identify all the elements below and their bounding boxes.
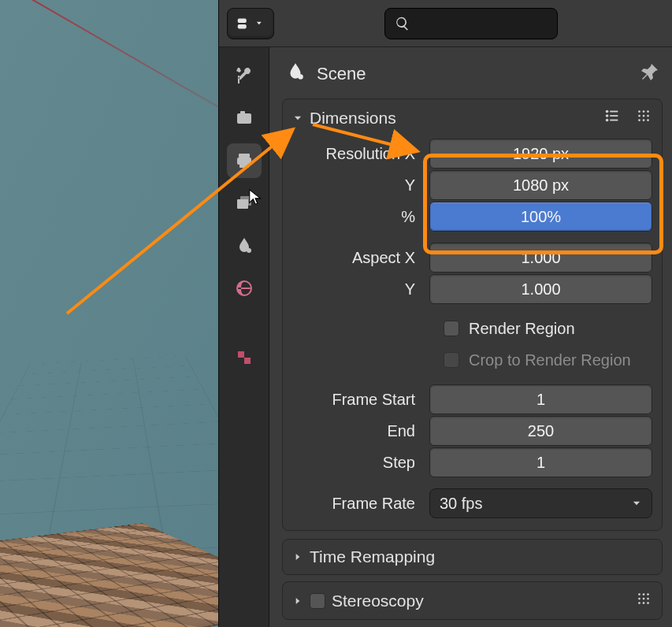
properties-content: Scene Dimensions <box>269 47 672 627</box>
svg-point-23 <box>643 115 645 117</box>
properties-tabs <box>219 47 269 627</box>
panel-time-remapping: Time Remapping <box>282 539 663 575</box>
field-resolution-y[interactable]: 1080 px <box>429 170 652 200</box>
label-resolution-x: Resolution X <box>308 145 429 163</box>
image-stack-icon <box>235 194 254 213</box>
svg-point-35 <box>643 602 645 604</box>
disclosure-triangle-right-icon <box>292 592 303 610</box>
field-frame-end[interactable]: 250 <box>429 416 652 446</box>
drop-cone-icon <box>235 236 254 255</box>
label-resolution-y: Y <box>308 176 429 195</box>
svg-rect-14 <box>610 111 618 113</box>
svg-point-17 <box>606 119 609 122</box>
checkbox-render-region[interactable] <box>444 321 459 336</box>
drag-handle-icon[interactable] <box>635 590 652 611</box>
pin-button[interactable] <box>640 62 659 85</box>
checkbox-crop-region-row: Crop to Render Region <box>308 344 652 376</box>
svg-point-9 <box>247 248 251 253</box>
svg-rect-3 <box>240 111 245 114</box>
svg-rect-2 <box>237 113 251 124</box>
field-resolution-pct[interactable]: 100% <box>429 202 652 232</box>
svg-point-19 <box>638 110 640 113</box>
svg-point-34 <box>638 602 640 604</box>
svg-point-26 <box>643 119 645 121</box>
camera-back-icon <box>235 109 254 128</box>
disclosure-triangle-right-icon <box>292 547 303 566</box>
tab-world[interactable] <box>227 271 262 306</box>
field-aspect-y[interactable]: 1.000 <box>429 274 652 304</box>
svg-point-22 <box>638 115 640 117</box>
svg-point-32 <box>643 598 645 600</box>
svg-point-12 <box>298 74 303 80</box>
svg-rect-8 <box>240 196 251 206</box>
properties-editor: Scene Dimensions <box>219 0 672 627</box>
grip-dots-icon <box>635 107 652 124</box>
svg-point-29 <box>643 593 645 595</box>
svg-point-28 <box>638 593 640 595</box>
panel-dimensions-title: Dimensions <box>310 109 396 128</box>
tab-texture[interactable] <box>227 340 262 375</box>
svg-rect-18 <box>610 120 618 121</box>
datablock-header: Scene <box>282 55 663 98</box>
field-aspect-x[interactable]: 1.000 <box>429 243 652 273</box>
svg-rect-4 <box>239 154 250 158</box>
checker-icon <box>235 348 254 367</box>
tab-scene[interactable] <box>227 228 262 263</box>
tab-viewlayer[interactable] <box>227 186 262 221</box>
pin-icon <box>640 62 659 81</box>
svg-rect-16 <box>610 115 618 117</box>
chevron-down-icon <box>631 495 642 513</box>
editor-type-dropdown[interactable] <box>227 8 274 39</box>
label-frame-rate: Frame Rate <box>308 495 429 513</box>
svg-point-36 <box>647 602 649 604</box>
svg-point-21 <box>647 110 649 113</box>
properties-search[interactable] <box>384 8 558 39</box>
disclosure-triangle-down-icon <box>292 109 303 128</box>
value-frame-start: 1 <box>536 391 545 409</box>
checkbox-render-region-row[interactable]: Render Region <box>308 313 652 344</box>
svg-rect-0 <box>238 18 247 22</box>
tab-render[interactable] <box>227 101 262 135</box>
label-frame-start: Frame Start <box>308 391 429 409</box>
panel-time-remapping-header[interactable]: Time Remapping <box>283 540 662 574</box>
value-aspect-x: 1.000 <box>521 249 560 267</box>
svg-point-33 <box>647 598 649 600</box>
svg-point-27 <box>647 119 649 121</box>
preset-menu-button[interactable] <box>603 107 621 128</box>
panel-dimensions-header[interactable]: Dimensions <box>283 99 662 136</box>
tab-tool[interactable] <box>227 58 262 93</box>
wrench-screwdriver-icon <box>235 66 254 85</box>
value-resolution-x: 1920 px <box>513 145 569 163</box>
label-render-region: Render Region <box>469 320 575 338</box>
panel-stereoscopy-title: Stereoscopy <box>332 592 424 610</box>
3d-viewport[interactable] <box>0 0 219 627</box>
svg-point-31 <box>638 598 640 600</box>
scene-name[interactable]: Scene <box>317 64 366 84</box>
label-aspect-y: Y <box>308 280 429 299</box>
svg-point-15 <box>606 114 609 117</box>
svg-rect-6 <box>239 162 249 168</box>
globe-icon <box>235 279 254 298</box>
printer-icon <box>235 151 254 170</box>
drag-handle-icon[interactable] <box>635 107 652 128</box>
svg-rect-11 <box>244 358 251 364</box>
field-frame-step[interactable]: 1 <box>429 447 652 477</box>
svg-point-24 <box>647 115 649 117</box>
value-aspect-y: 1.000 <box>521 280 560 299</box>
field-resolution-x[interactable]: 1920 px <box>429 139 652 169</box>
checkbox-crop-region <box>444 352 459 368</box>
value-frame-rate: 30 fps <box>440 495 482 513</box>
svg-rect-1 <box>238 24 247 28</box>
panel-stereoscopy-header[interactable]: Stereoscopy <box>283 582 662 619</box>
value-resolution-pct: 100% <box>521 208 561 226</box>
label-crop-region: Crop to Render Region <box>469 351 631 369</box>
checkbox-stereoscopy[interactable] <box>310 593 325 609</box>
tab-output[interactable] <box>227 143 262 178</box>
value-frame-end: 250 <box>528 422 554 440</box>
label-frame-step: Step <box>308 454 429 472</box>
field-frame-start[interactable]: 1 <box>429 384 652 414</box>
scene-datablock-icon <box>285 61 306 86</box>
select-frame-rate[interactable]: 30 fps <box>429 488 652 518</box>
svg-point-20 <box>643 110 645 113</box>
search-icon <box>395 16 410 32</box>
